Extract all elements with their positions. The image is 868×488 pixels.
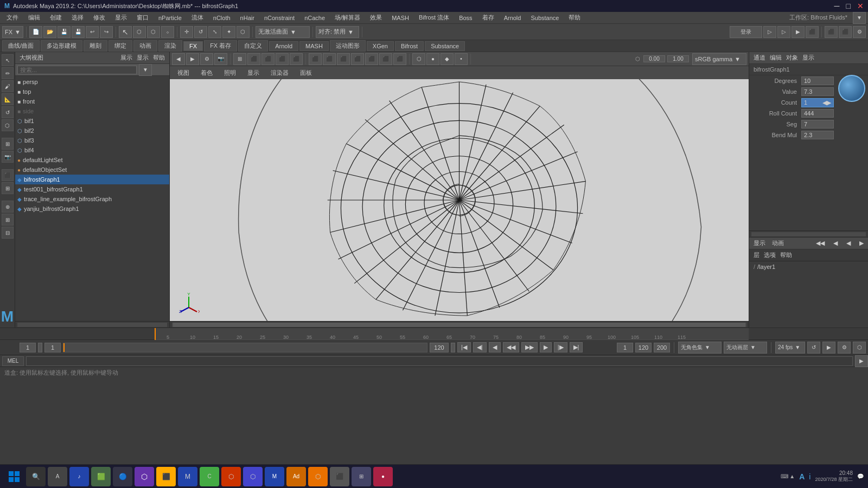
- workspace-dropdown[interactable]: ▼: [853, 12, 866, 24]
- outliner-search-btn[interactable]: ▼: [139, 64, 152, 76]
- minimize-button[interactable]: ─: [834, 2, 840, 10]
- rb-prev-btn[interactable]: ◀◀: [816, 240, 825, 247]
- mode-dropdown[interactable]: FX ▼: [2, 26, 23, 38]
- outliner-item-side[interactable]: ■ side: [15, 106, 169, 116]
- tab-rendering[interactable]: 渲染: [158, 40, 182, 52]
- display2-btn[interactable]: ⊞: [2, 182, 14, 194]
- measure-tool-btn[interactable]: 📐: [2, 93, 14, 105]
- shading-btn[interactable]: ⬛: [337, 53, 350, 65]
- start-frame-input[interactable]: [20, 343, 36, 352]
- vp-tab-renderer[interactable]: 渲染器: [265, 68, 294, 78]
- menu-nconstraint[interactable]: nConstraint: [260, 14, 299, 22]
- layer-menu-help[interactable]: 帮助: [780, 251, 792, 259]
- tab-fx-cache[interactable]: FX 着存: [204, 40, 237, 52]
- next-frame-btn[interactable]: ▶: [540, 342, 552, 352]
- degrees-value[interactable]: 10: [801, 76, 834, 85]
- universal-btn[interactable]: ✦: [222, 26, 235, 38]
- fps-dropdown[interactable]: 24 fps ▼: [775, 342, 805, 354]
- color-profile-dropdown[interactable]: sRGB gamma ▼: [692, 53, 746, 65]
- tab-edit[interactable]: 编辑: [770, 54, 782, 62]
- grid-btn[interactable]: ⬛: [825, 26, 838, 38]
- cam-opt-btn[interactable]: ⚙: [200, 53, 213, 65]
- select-btn[interactable]: ↖: [119, 26, 132, 38]
- menu-modify[interactable]: 修改: [89, 12, 110, 23]
- app-autodesk[interactable]: Ad: [286, 467, 306, 486]
- draw-tool-btn[interactable]: ✏: [2, 67, 14, 79]
- count-slider[interactable]: ◀▶: [822, 99, 831, 106]
- jump-start-btn[interactable]: |◀: [457, 342, 471, 352]
- tab-animation-bottom[interactable]: 动画: [772, 239, 784, 247]
- timeline-ruler[interactable]: 5 10 15 20 25 30 35 40 45 50 55 60 65 70…: [155, 328, 749, 340]
- menu-file[interactable]: 文件: [2, 12, 23, 23]
- render2-btn[interactable]: ▷: [777, 26, 790, 38]
- layout2-vp-btn[interactable]: ⬛: [290, 53, 303, 65]
- app-maya[interactable]: 🟩: [91, 467, 111, 486]
- menu-nparticle[interactable]: nParticle: [154, 14, 186, 22]
- bend-mul-value[interactable]: 2.3: [801, 131, 834, 139]
- tab-fx[interactable]: FX: [183, 41, 203, 51]
- save-file-btn[interactable]: 💾: [58, 26, 71, 38]
- tab-object[interactable]: 对象: [786, 54, 798, 62]
- frame-vp-btn[interactable]: ⬛: [247, 53, 260, 65]
- tab-display-right[interactable]: 显示: [802, 54, 814, 62]
- surface-dropdown[interactable]: 无激活曲面 ▼: [256, 26, 310, 38]
- cam-next-btn[interactable]: ▶: [186, 53, 199, 65]
- outliner-scroll[interactable]: [15, 321, 169, 328]
- display5-btn[interactable]: ⊟: [2, 227, 14, 239]
- range-end2[interactable]: [635, 343, 652, 352]
- app-prog2[interactable]: ⬛: [330, 467, 349, 486]
- select-tool-btn[interactable]: ↖: [2, 54, 14, 66]
- outliner-item-defaultlightset[interactable]: ● defaultLightSet: [15, 155, 169, 165]
- anim-opt-btn[interactable]: ⚙: [838, 342, 851, 354]
- menu-display[interactable]: 显示: [111, 12, 131, 23]
- app-blender[interactable]: ⬡: [308, 467, 328, 486]
- title-right[interactable]: ─ □ ✕: [834, 2, 864, 10]
- isolate-btn[interactable]: ⬛: [309, 53, 322, 65]
- scale-btn[interactable]: ⤡: [208, 26, 221, 38]
- unknown-tool-btn[interactable]: ⬡: [2, 119, 14, 131]
- display3-btn[interactable]: ⊕: [2, 201, 14, 213]
- display1-btn[interactable]: ⬛: [2, 169, 14, 181]
- camera-tool-btn[interactable]: 📷: [2, 151, 14, 163]
- wireframe-btn[interactable]: ⬡: [412, 53, 425, 65]
- menu-ncloth[interactable]: nCloth: [209, 14, 235, 22]
- layer-item[interactable]: / /layer1: [749, 261, 868, 272]
- rough-btn[interactable]: ◆: [441, 53, 454, 65]
- mel-toggle[interactable]: MEL: [2, 356, 24, 366]
- grid-vp-btn[interactable]: ⊞: [233, 53, 246, 65]
- tab-display-bottom[interactable]: 显示: [754, 239, 765, 247]
- login-btn[interactable]: 登录: [730, 26, 762, 38]
- vp-tab-lighting[interactable]: 照明: [219, 68, 241, 78]
- outliner-item-bifrostgraph1[interactable]: ◆ bifrostGraph1: [15, 175, 169, 184]
- app-ue4[interactable]: ⬡: [243, 467, 263, 486]
- app-area[interactable]: A: [48, 467, 67, 486]
- tab-animation[interactable]: 动画: [133, 40, 157, 52]
- rotate-tool-btn[interactable]: ↺: [2, 106, 14, 118]
- menu-help[interactable]: 帮助: [564, 12, 585, 23]
- menu-effects[interactable]: 效果: [366, 12, 386, 23]
- start-button[interactable]: [4, 467, 24, 486]
- tab-bifrost[interactable]: Bifrost: [395, 41, 424, 51]
- layout-vp-btn[interactable]: ⬛: [276, 53, 289, 65]
- tab-sculpt[interactable]: 雕刻: [84, 40, 107, 52]
- app-taskmanager[interactable]: ⊞: [352, 467, 371, 486]
- next-key-btn[interactable]: |▶: [554, 342, 567, 352]
- layer-menu-options[interactable]: 选项: [764, 251, 776, 259]
- outliner-item-trace[interactable]: ◆ trace_line_example_bifrostGraph: [15, 194, 169, 204]
- app-recorder[interactable]: ●: [373, 467, 393, 486]
- menu-select[interactable]: 选择: [67, 12, 88, 23]
- frame2-vp-btn[interactable]: ⬛: [261, 53, 275, 65]
- menu-boss[interactable]: Boss: [455, 14, 476, 22]
- loop-btn[interactable]: ↺: [807, 342, 820, 354]
- app-browser[interactable]: 🔵: [113, 467, 132, 486]
- display-vp-btn[interactable]: ⬛: [323, 53, 336, 65]
- vp-tab-panel[interactable]: 面板: [295, 68, 317, 78]
- jump-end-btn[interactable]: ▶|: [570, 342, 583, 352]
- app-camtasia[interactable]: C: [200, 467, 219, 486]
- save2-btn[interactable]: 💾: [72, 26, 85, 38]
- xray-btn[interactable]: ⬛: [393, 53, 406, 65]
- range-start2[interactable]: [617, 343, 633, 352]
- rb-prev2-btn[interactable]: ◀: [846, 240, 851, 247]
- menu-arnold[interactable]: Arnold: [500, 14, 526, 22]
- rb-next-btn[interactable]: ▶: [859, 240, 864, 247]
